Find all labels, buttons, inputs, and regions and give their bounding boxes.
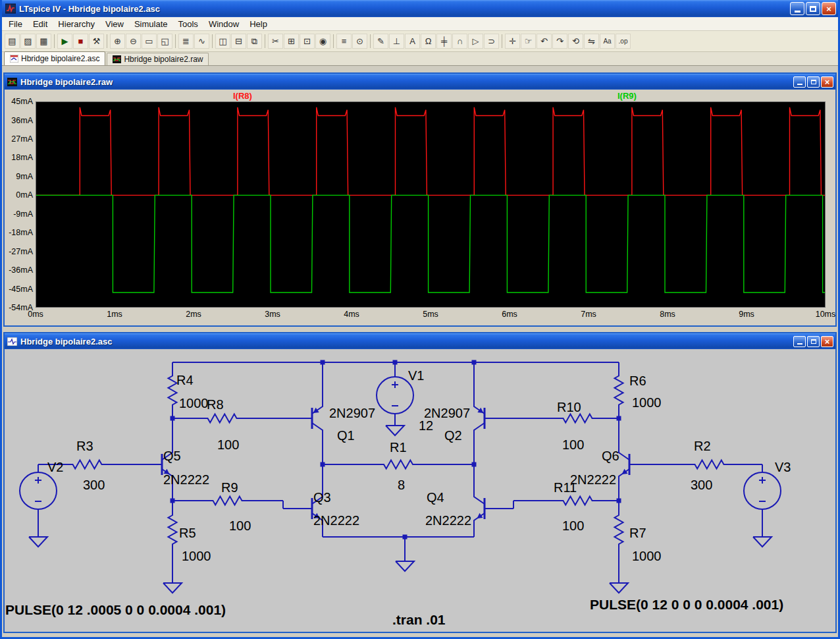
component-value-R10[interactable]: 100 [562, 437, 584, 452]
resistor-R5[interactable] [169, 501, 177, 559]
rotate-button[interactable]: ⟲ [568, 34, 583, 49]
ground-symbol[interactable] [753, 537, 772, 547]
zoom-extents-button[interactable]: ◱ [157, 34, 172, 49]
component-value-Q2[interactable]: 2N2907 [424, 406, 470, 420]
component-value-Q1[interactable]: 2N2907 [329, 406, 375, 420]
transistor-Q4[interactable] [474, 487, 494, 530]
component-label-Q4[interactable]: Q4 [427, 490, 444, 505]
component-label-R5[interactable]: R5 [179, 526, 196, 540]
voltage-source-V2[interactable] [20, 472, 57, 509]
tile-horizontal-button[interactable]: ⊟ [231, 34, 246, 49]
spice-directive-tran[interactable]: .tran .01 [392, 612, 446, 627]
component-label-V2[interactable]: V2 [47, 460, 63, 474]
text-button[interactable]: Aa [600, 34, 615, 49]
component-label-Q6[interactable]: Q6 [602, 449, 619, 463]
resistor-R11[interactable] [553, 497, 602, 505]
component-value-R8[interactable]: 100 [217, 437, 239, 452]
spice-netlist-button[interactable]: ≣ [178, 34, 194, 49]
transistor-Q2[interactable] [474, 397, 494, 439]
waveform-restore-button[interactable] [807, 76, 820, 88]
spice-directive-button[interactable]: .op [616, 34, 631, 49]
voltage-source-V3[interactable] [744, 472, 781, 509]
resistor-R3[interactable] [66, 460, 109, 469]
component-value-Q6[interactable]: 2N2222 [570, 472, 616, 487]
schematic-canvas[interactable]: R41000R8100R3300V2Q52N2222R9100R51000Q12… [5, 349, 835, 632]
component-value-Q4[interactable]: 2N2222 [425, 513, 471, 528]
maximize-button[interactable] [806, 2, 820, 15]
waveform-minimize-button[interactable] [793, 76, 806, 88]
mirror-button[interactable]: ⇋ [584, 34, 599, 49]
main-titlebar[interactable]: LTspice IV - Hbridge bipolaire2.asc × [2, 0, 838, 17]
component-value-R6[interactable]: 1000 [632, 395, 662, 410]
resistor-R8[interactable] [197, 414, 247, 423]
component-label-R10[interactable]: R10 [557, 400, 581, 414]
zoom-area-button[interactable]: ▭ [142, 34, 157, 49]
component-label-R4[interactable]: R4 [176, 373, 194, 387]
component-label-V3[interactable]: V3 [775, 460, 791, 474]
spice-directive-pulse-left[interactable]: PULSE(0 12 .0005 0 0 0.0004 .001) [5, 602, 226, 617]
place-capacitor-button[interactable]: ╪ [436, 34, 452, 49]
tab-waveform[interactable]: Hbridge bipolaire2.raw [107, 53, 209, 65]
component-label-R6[interactable]: R6 [629, 374, 646, 388]
visible-traces-button[interactable]: ∿ [194, 34, 209, 49]
resistor-R2[interactable] [685, 460, 734, 469]
ground-symbol[interactable] [386, 426, 404, 435]
menu-file[interactable]: File [3, 18, 28, 30]
component-value-Q5[interactable]: 2N2222 [163, 472, 209, 487]
menu-window[interactable]: Window [203, 18, 244, 30]
open-button[interactable]: ▨ [20, 34, 36, 49]
menu-view[interactable]: View [100, 18, 129, 30]
component-label-R2[interactable]: R2 [694, 439, 711, 453]
component-label-R8[interactable]: R8 [207, 397, 224, 412]
control-panel-button[interactable]: ⚒ [89, 34, 104, 49]
close-button[interactable]: × [822, 2, 836, 15]
resistor-R10[interactable] [553, 414, 602, 423]
menu-help[interactable]: Help [244, 18, 273, 30]
cascade-button[interactable]: ⧉ [247, 34, 262, 49]
waveform-window-titlebar[interactable]: Hbridge bipolaire2.raw × [5, 74, 835, 90]
schematic-restore-button[interactable] [807, 336, 820, 347]
zoom-out-button[interactable]: ⊖ [126, 34, 141, 49]
trace-label-ir9[interactable]: I(R9) [617, 91, 637, 101]
component-value-V1[interactable]: 12 [419, 418, 433, 433]
zoom-in-button[interactable]: ⊕ [110, 34, 125, 49]
minimize-button[interactable] [790, 2, 804, 15]
redo-button[interactable]: ↷ [552, 34, 567, 49]
resistor-R7[interactable] [615, 501, 623, 559]
waveform-close-button[interactable]: × [821, 76, 833, 88]
ground-symbol[interactable] [29, 537, 47, 547]
cut-button[interactable]: ✂ [268, 34, 283, 49]
schematic-close-button[interactable]: × [821, 336, 833, 347]
place-resistor-button[interactable]: Ω [421, 34, 436, 49]
component-value-R11[interactable]: 100 [562, 518, 584, 533]
schematic-window-titlebar[interactable]: Hbridge bipolaire2.asc × [5, 333, 835, 349]
plot-area[interactable] [36, 101, 826, 308]
print-button[interactable]: ≡ [336, 34, 352, 49]
component-label-Q1[interactable]: Q1 [337, 428, 355, 443]
paste-button[interactable]: ⊡ [300, 34, 315, 49]
component-label-Q5[interactable]: Q5 [163, 449, 181, 463]
component-value-R1[interactable]: 8 [398, 478, 405, 492]
component-value-R4[interactable]: 1000 [179, 396, 209, 410]
place-diode-button[interactable]: ▷ [468, 34, 483, 49]
ground-symbol[interactable] [610, 583, 628, 593]
place-ground-button[interactable]: ⊥ [389, 34, 404, 49]
copy-button[interactable]: ⊞ [284, 34, 299, 49]
resistor-R9[interactable] [203, 497, 252, 505]
menu-hierarchy[interactable]: Hierarchy [53, 18, 100, 30]
schematic-minimize-button[interactable] [793, 336, 806, 347]
print-preview-button[interactable]: ⊙ [352, 34, 367, 49]
tile-vertical-button[interactable]: ◫ [215, 34, 230, 49]
component-value-R5[interactable]: 1000 [182, 549, 211, 563]
menu-tools[interactable]: Tools [173, 18, 203, 30]
ground-symbol[interactable] [396, 561, 414, 571]
transistor-Q1[interactable] [303, 397, 323, 439]
new-schematic-button[interactable]: ▤ [5, 34, 20, 49]
component-label-V1[interactable]: V1 [408, 368, 424, 383]
halt-button[interactable]: ■ [73, 34, 88, 49]
find-button[interactable]: ◉ [315, 34, 330, 49]
spice-directive-pulse-right[interactable]: PULSE(0 12 0 0 0 0.0004 .001) [590, 597, 783, 612]
component-value-R2[interactable]: 300 [691, 478, 712, 492]
menu-edit[interactable]: Edit [28, 18, 53, 30]
component-label-R3[interactable]: R3 [76, 439, 93, 453]
